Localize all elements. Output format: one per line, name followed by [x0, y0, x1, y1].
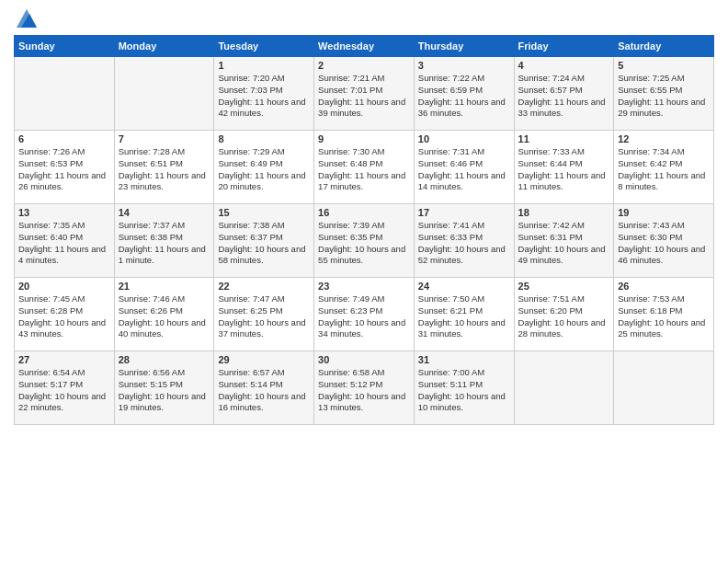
- day-header: Tuesday: [214, 36, 314, 57]
- day-content: Sunrise: 7:45 AM Sunset: 6:28 PM Dayligh…: [18, 293, 110, 340]
- day-content: Sunrise: 6:54 AM Sunset: 5:17 PM Dayligh…: [18, 367, 110, 414]
- day-content: Sunrise: 7:47 AM Sunset: 6:25 PM Dayligh…: [218, 293, 310, 340]
- calendar-cell: [614, 351, 714, 425]
- calendar-cell: 22Sunrise: 7:47 AM Sunset: 6:25 PM Dayli…: [214, 278, 314, 351]
- calendar-cell: 17Sunrise: 7:41 AM Sunset: 6:33 PM Dayli…: [414, 204, 514, 278]
- calendar-cell: 11Sunrise: 7:33 AM Sunset: 6:44 PM Dayli…: [514, 131, 614, 204]
- day-number: 20: [18, 281, 110, 292]
- calendar-cell: 12Sunrise: 7:34 AM Sunset: 6:42 PM Dayli…: [614, 131, 714, 204]
- calendar-cell: 29Sunrise: 6:57 AM Sunset: 5:14 PM Dayli…: [214, 351, 314, 425]
- day-number: 1: [218, 60, 310, 71]
- day-number: 31: [418, 354, 510, 365]
- calendar-cell: 19Sunrise: 7:43 AM Sunset: 6:30 PM Dayli…: [614, 204, 714, 278]
- calendar-cell: 20Sunrise: 7:45 AM Sunset: 6:28 PM Dayli…: [15, 278, 115, 351]
- day-content: Sunrise: 7:22 AM Sunset: 6:59 PM Dayligh…: [418, 73, 510, 120]
- calendar-week-row: 27Sunrise: 6:54 AM Sunset: 5:17 PM Dayli…: [15, 351, 714, 425]
- calendar-cell: 24Sunrise: 7:50 AM Sunset: 6:21 PM Dayli…: [414, 278, 514, 351]
- day-content: Sunrise: 7:29 AM Sunset: 6:49 PM Dayligh…: [218, 146, 310, 193]
- day-header: Monday: [114, 36, 214, 57]
- day-number: 5: [618, 60, 710, 71]
- day-number: 30: [318, 354, 410, 365]
- day-content: Sunrise: 7:24 AM Sunset: 6:57 PM Dayligh…: [518, 73, 610, 120]
- day-number: 17: [418, 207, 510, 218]
- calendar-cell: 3Sunrise: 7:22 AM Sunset: 6:59 PM Daylig…: [414, 57, 514, 131]
- calendar-cell: 1Sunrise: 7:20 AM Sunset: 7:03 PM Daylig…: [214, 57, 314, 131]
- day-number: 29: [218, 354, 310, 365]
- day-number: 26: [618, 281, 710, 292]
- calendar-cell: 7Sunrise: 7:28 AM Sunset: 6:51 PM Daylig…: [114, 131, 214, 204]
- day-number: 15: [218, 207, 310, 218]
- day-content: Sunrise: 7:42 AM Sunset: 6:31 PM Dayligh…: [518, 220, 610, 267]
- calendar-cell: 5Sunrise: 7:25 AM Sunset: 6:55 PM Daylig…: [614, 57, 714, 131]
- day-number: 4: [518, 60, 610, 71]
- day-content: Sunrise: 7:46 AM Sunset: 6:26 PM Dayligh…: [119, 293, 210, 340]
- day-header: Friday: [514, 36, 614, 57]
- day-content: Sunrise: 6:58 AM Sunset: 5:12 PM Dayligh…: [318, 367, 410, 414]
- day-content: Sunrise: 7:34 AM Sunset: 6:42 PM Dayligh…: [618, 146, 710, 193]
- calendar-cell: 4Sunrise: 7:24 AM Sunset: 6:57 PM Daylig…: [514, 57, 614, 131]
- day-number: 9: [318, 133, 410, 144]
- day-content: Sunrise: 7:00 AM Sunset: 5:11 PM Dayligh…: [418, 367, 510, 414]
- calendar-cell: 16Sunrise: 7:39 AM Sunset: 6:35 PM Dayli…: [314, 204, 415, 278]
- calendar-cell: 14Sunrise: 7:37 AM Sunset: 6:38 PM Dayli…: [114, 204, 214, 278]
- day-content: Sunrise: 7:43 AM Sunset: 6:30 PM Dayligh…: [618, 220, 710, 267]
- calendar-week-row: 13Sunrise: 7:35 AM Sunset: 6:40 PM Dayli…: [15, 204, 714, 278]
- day-header: Wednesday: [314, 36, 415, 57]
- day-number: 11: [518, 133, 610, 144]
- calendar-cell: 21Sunrise: 7:46 AM Sunset: 6:26 PM Dayli…: [114, 278, 214, 351]
- day-content: Sunrise: 7:28 AM Sunset: 6:51 PM Dayligh…: [119, 146, 210, 193]
- day-content: Sunrise: 7:26 AM Sunset: 6:53 PM Dayligh…: [18, 146, 110, 193]
- day-header: Thursday: [414, 36, 514, 57]
- day-header: Sunday: [15, 36, 115, 57]
- calendar-cell: 26Sunrise: 7:53 AM Sunset: 6:18 PM Dayli…: [614, 278, 714, 351]
- day-number: 25: [518, 281, 610, 292]
- day-content: Sunrise: 7:33 AM Sunset: 6:44 PM Dayligh…: [518, 146, 610, 193]
- calendar-week-row: 1Sunrise: 7:20 AM Sunset: 7:03 PM Daylig…: [15, 57, 714, 131]
- logo: [14, 9, 37, 28]
- day-content: Sunrise: 7:20 AM Sunset: 7:03 PM Dayligh…: [218, 73, 310, 120]
- calendar-cell: 30Sunrise: 6:58 AM Sunset: 5:12 PM Dayli…: [314, 351, 415, 425]
- day-number: 13: [18, 207, 110, 218]
- calendar-week-row: 20Sunrise: 7:45 AM Sunset: 6:28 PM Dayli…: [15, 278, 714, 351]
- day-number: 27: [18, 354, 110, 365]
- calendar-cell: [15, 57, 115, 131]
- day-number: 22: [218, 281, 310, 292]
- day-number: 18: [518, 207, 610, 218]
- day-number: 14: [119, 207, 210, 218]
- calendar-cell: [114, 57, 214, 131]
- day-number: 28: [119, 354, 210, 365]
- calendar-cell: 10Sunrise: 7:31 AM Sunset: 6:46 PM Dayli…: [414, 131, 514, 204]
- day-number: 2: [318, 60, 410, 71]
- calendar-week-row: 6Sunrise: 7:26 AM Sunset: 6:53 PM Daylig…: [15, 131, 714, 204]
- day-content: Sunrise: 7:37 AM Sunset: 6:38 PM Dayligh…: [119, 220, 210, 267]
- day-number: 6: [18, 133, 110, 144]
- day-content: Sunrise: 7:50 AM Sunset: 6:21 PM Dayligh…: [418, 293, 510, 340]
- calendar-cell: 23Sunrise: 7:49 AM Sunset: 6:23 PM Dayli…: [314, 278, 415, 351]
- calendar-cell: 27Sunrise: 6:54 AM Sunset: 5:17 PM Dayli…: [15, 351, 115, 425]
- day-number: 23: [318, 281, 410, 292]
- day-content: Sunrise: 6:56 AM Sunset: 5:15 PM Dayligh…: [119, 367, 210, 414]
- calendar-cell: 18Sunrise: 7:42 AM Sunset: 6:31 PM Dayli…: [514, 204, 614, 278]
- day-number: 24: [418, 281, 510, 292]
- calendar-cell: 25Sunrise: 7:51 AM Sunset: 6:20 PM Dayli…: [514, 278, 614, 351]
- calendar-header-row: SundayMondayTuesdayWednesdayThursdayFrid…: [15, 36, 714, 57]
- day-number: 10: [418, 133, 510, 144]
- header: [14, 9, 714, 28]
- day-content: Sunrise: 7:49 AM Sunset: 6:23 PM Dayligh…: [318, 293, 410, 340]
- calendar-cell: 9Sunrise: 7:30 AM Sunset: 6:48 PM Daylig…: [314, 131, 415, 204]
- day-content: Sunrise: 7:35 AM Sunset: 6:40 PM Dayligh…: [18, 220, 110, 267]
- day-number: 7: [119, 133, 210, 144]
- day-content: Sunrise: 7:31 AM Sunset: 6:46 PM Dayligh…: [418, 146, 510, 193]
- day-content: Sunrise: 7:39 AM Sunset: 6:35 PM Dayligh…: [318, 220, 410, 267]
- calendar-cell: 8Sunrise: 7:29 AM Sunset: 6:49 PM Daylig…: [214, 131, 314, 204]
- day-content: Sunrise: 6:57 AM Sunset: 5:14 PM Dayligh…: [218, 367, 310, 414]
- day-content: Sunrise: 7:25 AM Sunset: 6:55 PM Dayligh…: [618, 73, 710, 120]
- day-content: Sunrise: 7:53 AM Sunset: 6:18 PM Dayligh…: [618, 293, 710, 340]
- day-content: Sunrise: 7:38 AM Sunset: 6:37 PM Dayligh…: [218, 220, 310, 267]
- day-number: 3: [418, 60, 510, 71]
- day-number: 16: [318, 207, 410, 218]
- day-number: 19: [618, 207, 710, 218]
- calendar-cell: 15Sunrise: 7:38 AM Sunset: 6:37 PM Dayli…: [214, 204, 314, 278]
- calendar-table: SundayMondayTuesdayWednesdayThursdayFrid…: [14, 35, 714, 425]
- day-content: Sunrise: 7:41 AM Sunset: 6:33 PM Dayligh…: [418, 220, 510, 267]
